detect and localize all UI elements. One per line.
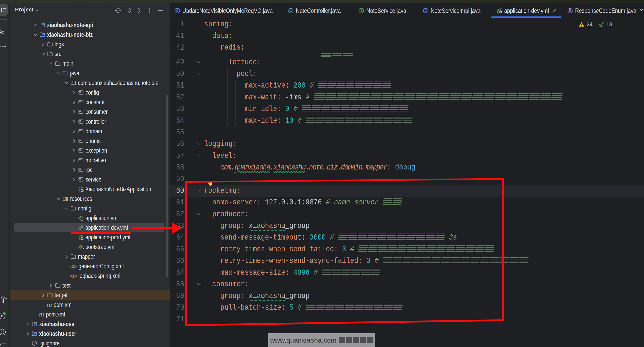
svg-text:C: C <box>176 9 178 12</box>
svg-text:C: C <box>424 9 427 12</box>
svg-text:C: C <box>290 9 292 12</box>
svg-text:I: I <box>361 9 362 12</box>
svg-text:E: E <box>569 9 571 12</box>
